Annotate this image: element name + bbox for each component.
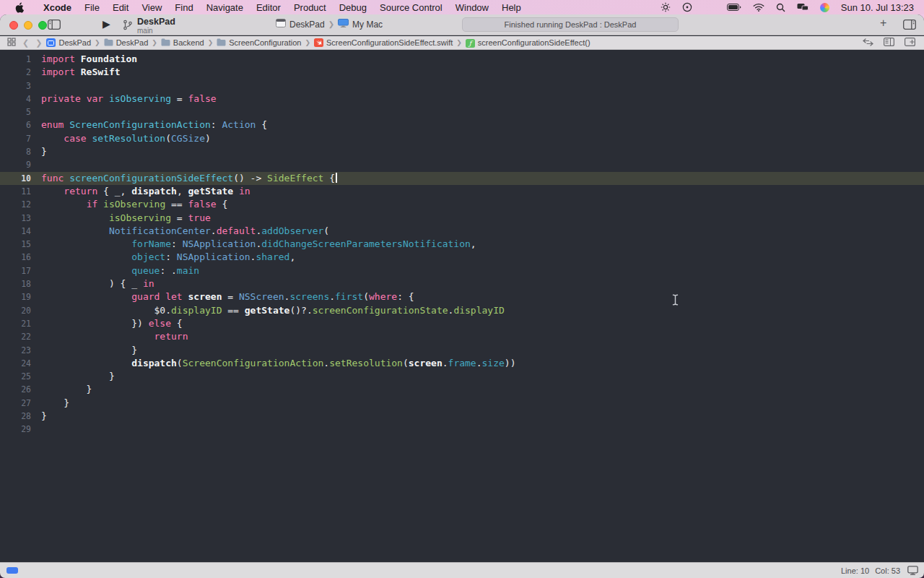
line-number[interactable]: 13	[0, 212, 31, 225]
navigator-sidebar-toggle-button[interactable]	[48, 20, 61, 33]
code-line[interactable]: 23 }	[0, 344, 924, 357]
line-number[interactable]: 4	[0, 92, 31, 105]
line-number[interactable]: 1	[0, 53, 31, 66]
code-line[interactable]: 18 ) { _ in	[0, 277, 924, 290]
keyboard-layout-flag-icon[interactable]	[704, 4, 715, 11]
run-destination-selector[interactable]: My Mac	[352, 20, 383, 30]
color-wheel-icon[interactable]	[820, 3, 829, 12]
line-number[interactable]: 14	[0, 225, 31, 238]
code-review-icon[interactable]	[863, 38, 873, 48]
line-number[interactable]: 23	[0, 344, 31, 357]
code-line[interactable]: 24 dispatch(ScreenConfigurationAction.se…	[0, 357, 924, 370]
code-line[interactable]: 2import ReSwift	[0, 66, 924, 79]
code-line[interactable]: 6enum ScreenConfigurationAction: Action …	[0, 118, 924, 131]
line-number[interactable]: 24	[0, 357, 31, 370]
battery-icon[interactable]	[727, 4, 741, 11]
close-window-button[interactable]	[9, 21, 18, 30]
forward-button[interactable]: ❯	[35, 38, 42, 48]
line-number[interactable]: 17	[0, 264, 31, 277]
menu-item-source-control[interactable]: Source Control	[373, 2, 449, 13]
code-line[interactable]: 8}	[0, 145, 924, 158]
code-line[interactable]: 21 }) else {	[0, 317, 924, 330]
code-line[interactable]: 13 isObserving = true	[0, 212, 924, 225]
code-line[interactable]: 4private var isObserving = false	[0, 92, 924, 105]
menu-item-help[interactable]: Help	[495, 2, 528, 13]
code-line[interactable]: 22 return	[0, 330, 924, 343]
inspector-sidebar-toggle-button[interactable]	[903, 20, 916, 33]
line-number[interactable]: 10	[0, 172, 31, 185]
add-tab-button[interactable]: +	[880, 17, 886, 30]
code-line[interactable]: 15 forName: NSApplication.didChangeScree…	[0, 238, 924, 251]
breadcrumb-item[interactable]: DeskPad	[46, 38, 91, 48]
line-number[interactable]: 11	[0, 185, 31, 198]
menu-item-product[interactable]: Product	[287, 2, 333, 13]
breadcrumb-item[interactable]: DeskPad	[104, 38, 149, 48]
breadcrumb-item[interactable]: ScreenConfiguration	[217, 38, 301, 48]
line-number[interactable]: 27	[0, 397, 31, 410]
code-line[interactable]: 10func screenConfigurationSideEffect() -…	[0, 172, 924, 185]
line-number[interactable]: 21	[0, 317, 31, 330]
now-playing-icon[interactable]	[682, 2, 692, 12]
code-line[interactable]: 20 $0.displayID == getState()?.screenCon…	[0, 304, 924, 317]
menu-item-edit[interactable]: Edit	[106, 2, 135, 13]
line-number[interactable]: 29	[0, 423, 31, 436]
add-editor-icon[interactable]	[905, 38, 915, 48]
line-number[interactable]: 12	[0, 198, 31, 211]
menu-item-editor[interactable]: Editor	[250, 2, 287, 13]
line-number[interactable]: 9	[0, 158, 31, 171]
display-icon[interactable]	[907, 566, 918, 577]
line-number[interactable]: 2	[0, 66, 31, 79]
line-number[interactable]: 22	[0, 330, 31, 343]
menu-item-window[interactable]: Window	[449, 2, 495, 13]
related-items-icon[interactable]	[7, 38, 16, 48]
line-number[interactable]: 5	[0, 105, 31, 118]
line-number[interactable]: 3	[0, 79, 31, 92]
line-column-indicator[interactable]: Line: 10 Col: 53	[841, 566, 900, 575]
breadcrumb-item[interactable]: Backend	[161, 38, 204, 48]
source-editor[interactable]: 1import Foundation2import ReSwift34priva…	[0, 51, 924, 562]
spotlight-search-icon[interactable]	[776, 3, 785, 12]
menu-item-view[interactable]: View	[135, 2, 168, 13]
code-line[interactable]: 17 queue: .main	[0, 264, 924, 277]
editor-options-icon[interactable]	[884, 38, 894, 48]
code-line[interactable]: 7 case setResolution(CGSize)	[0, 132, 924, 145]
back-button[interactable]: ❮	[22, 38, 29, 48]
breadcrumb-item[interactable]: ƒscreenConfigurationSideEffect()	[466, 38, 590, 48]
code-line[interactable]: 11 return { _, dispatch, getState in	[0, 185, 924, 198]
minimize-window-button[interactable]	[24, 21, 32, 30]
code-line[interactable]: 3	[0, 79, 924, 92]
scheme-selector[interactable]: DeskPad	[289, 20, 325, 30]
activity-status[interactable]: Finished running DeskPad : DeskPad	[462, 17, 679, 32]
status-indicator[interactable]	[6, 567, 18, 574]
breadcrumb-item[interactable]: ScreenConfigurationSideEffect.swift	[314, 38, 453, 48]
code-line[interactable]: 12 if isObserving == false {	[0, 198, 924, 211]
line-number[interactable]: 28	[0, 410, 31, 423]
displays-icon[interactable]	[797, 3, 808, 12]
line-number[interactable]: 16	[0, 251, 31, 264]
menu-item-find[interactable]: Find	[168, 2, 199, 13]
code-line[interactable]: 25 }	[0, 370, 924, 383]
line-number[interactable]: 8	[0, 145, 31, 158]
menu-bar-clock[interactable]: Sun 10. Jul 13:23	[841, 2, 914, 13]
code-line[interactable]: 14 NotificationCenter.default.addObserve…	[0, 225, 924, 238]
line-number[interactable]: 7	[0, 132, 31, 145]
menu-item-debug[interactable]: Debug	[333, 2, 373, 13]
zoom-window-button[interactable]	[38, 21, 47, 30]
wifi-icon[interactable]	[753, 3, 764, 12]
line-number[interactable]: 18	[0, 277, 31, 290]
code-line[interactable]: 1import Foundation	[0, 53, 924, 66]
line-number[interactable]: 19	[0, 290, 31, 303]
menu-item-file[interactable]: File	[78, 2, 106, 13]
code-line[interactable]: 16 object: NSApplication.shared,	[0, 251, 924, 264]
line-number[interactable]: 20	[0, 304, 31, 317]
line-number[interactable]: 26	[0, 383, 31, 396]
code-line[interactable]: 19 guard let screen = NSScreen.screens.f…	[0, 290, 924, 303]
line-number[interactable]: 25	[0, 370, 31, 383]
code-line[interactable]: 26 }	[0, 383, 924, 396]
project-title[interactable]: DeskPad	[137, 17, 175, 27]
code-line[interactable]: 28}	[0, 410, 924, 423]
menu-item-xcode[interactable]: Xcode	[37, 2, 78, 13]
line-number[interactable]: 15	[0, 238, 31, 251]
brightness-icon[interactable]	[661, 2, 671, 12]
code-line[interactable]: 27 }	[0, 397, 924, 410]
